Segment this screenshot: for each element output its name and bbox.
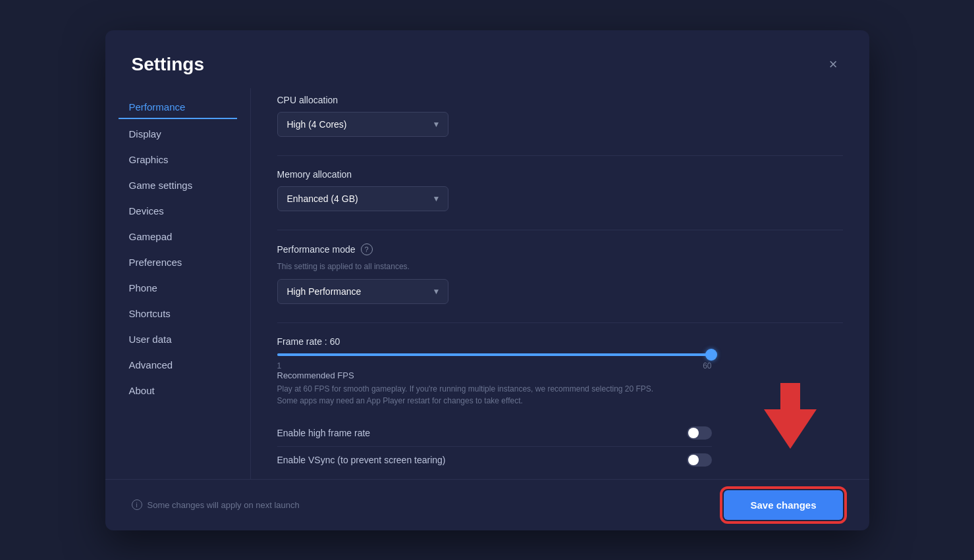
sidebar-item-preferences[interactable]: Preferences <box>119 250 237 274</box>
performance-mode-section: Performance mode ? This setting is appli… <box>277 243 843 304</box>
sidebar-item-advanced[interactable]: Advanced <box>119 353 237 377</box>
frame-rate-slider-container: 1 60 <box>277 353 712 370</box>
cpu-allocation-select[interactable]: High (4 Cores) Low (1 Core) Medium (2 Co… <box>277 112 448 137</box>
modal-header: Settings × <box>105 30 869 88</box>
divider-3 <box>277 322 843 323</box>
memory-allocation-select[interactable]: Enhanced (4 GB) Standard (1 GB) Medium (… <box>277 186 448 211</box>
frame-rate-max-label: 60 <box>703 361 711 370</box>
vsync-toggle[interactable] <box>687 453 712 467</box>
divider-2 <box>277 230 843 230</box>
footer-note: i Some changes will apply on next launch <box>132 499 300 510</box>
performance-mode-label-text: Performance mode <box>277 244 356 255</box>
frame-rate-section: Frame rate : 60 1 60 Recommended FPS Pla… <box>277 336 843 407</box>
cpu-allocation-select-wrapper: High (4 Cores) Low (1 Core) Medium (2 Co… <box>277 112 448 137</box>
sidebar-item-shortcuts[interactable]: Shortcuts <box>119 301 237 326</box>
sidebar-item-phone[interactable]: Phone <box>119 276 237 300</box>
vsync-row: Enable VSync (to prevent screen tearing) <box>277 447 712 473</box>
vsync-label: Enable VSync (to prevent screen tearing) <box>277 455 446 465</box>
memory-allocation-section: Memory allocation Enhanced (4 GB) Standa… <box>277 169 843 211</box>
frame-rate-min-label: 1 <box>277 361 282 370</box>
sidebar-item-devices[interactable]: Devices <box>119 199 237 223</box>
memory-allocation-select-wrapper: Enhanced (4 GB) Standard (1 GB) Medium (… <box>277 186 448 211</box>
settings-modal: Settings × Performance Display Graphics … <box>105 30 869 530</box>
performance-mode-select-wrapper: High Performance Balanced Power Saver Cu… <box>277 279 448 304</box>
sidebar-item-display[interactable]: Display <box>119 122 237 146</box>
sidebar-item-performance[interactable]: Performance <box>119 95 237 119</box>
cpu-allocation-label: CPU allocation <box>277 95 843 105</box>
sidebar-item-game-settings[interactable]: Game settings <box>119 173 237 197</box>
sidebar-item-user-data[interactable]: User data <box>119 327 237 351</box>
memory-allocation-label: Memory allocation <box>277 169 843 180</box>
cpu-allocation-section: CPU allocation High (4 Cores) Low (1 Cor… <box>277 95 843 137</box>
performance-mode-help-icon[interactable]: ? <box>361 243 373 255</box>
modal-body: Performance Display Graphics Game settin… <box>105 88 869 479</box>
fps-info-title: Recommended FPS <box>277 370 843 380</box>
frame-rate-slider-fill <box>277 353 712 356</box>
sidebar-item-graphics[interactable]: Graphics <box>119 147 237 172</box>
fps-desc: Play at 60 FPS for smooth gameplay. If y… <box>277 383 659 407</box>
frame-rate-slider-track[interactable] <box>277 353 712 356</box>
performance-mode-select[interactable]: High Performance Balanced Power Saver Cu… <box>277 279 448 304</box>
modal-footer: i Some changes will apply on next launch… <box>105 479 869 530</box>
save-changes-button[interactable]: Save changes <box>724 490 842 520</box>
sidebar-item-about[interactable]: About <box>119 378 237 403</box>
footer-note-text: Some changes will apply on next launch <box>148 500 300 510</box>
close-button[interactable]: × <box>824 55 843 74</box>
sidebar-item-gamepad[interactable]: Gamepad <box>119 224 237 249</box>
high-frame-rate-row: Enable high frame rate <box>277 420 712 447</box>
frame-rate-slider-labels: 1 60 <box>277 361 712 370</box>
performance-mode-sublabel: This setting is applied to all instances… <box>277 262 843 271</box>
high-frame-rate-toggle[interactable] <box>687 426 712 440</box>
frame-rate-slider-thumb[interactable] <box>705 349 717 361</box>
performance-mode-label-row: Performance mode ? <box>277 243 843 255</box>
frame-rate-header: Frame rate : 60 <box>277 336 843 347</box>
divider-1 <box>277 155 843 156</box>
high-frame-rate-label: Enable high frame rate <box>277 428 371 438</box>
footer-info-icon: i <box>132 499 142 510</box>
sidebar: Performance Display Graphics Game settin… <box>105 88 250 479</box>
modal-title: Settings <box>132 54 204 75</box>
content-area: CPU allocation High (4 Cores) Low (1 Cor… <box>250 88 869 479</box>
